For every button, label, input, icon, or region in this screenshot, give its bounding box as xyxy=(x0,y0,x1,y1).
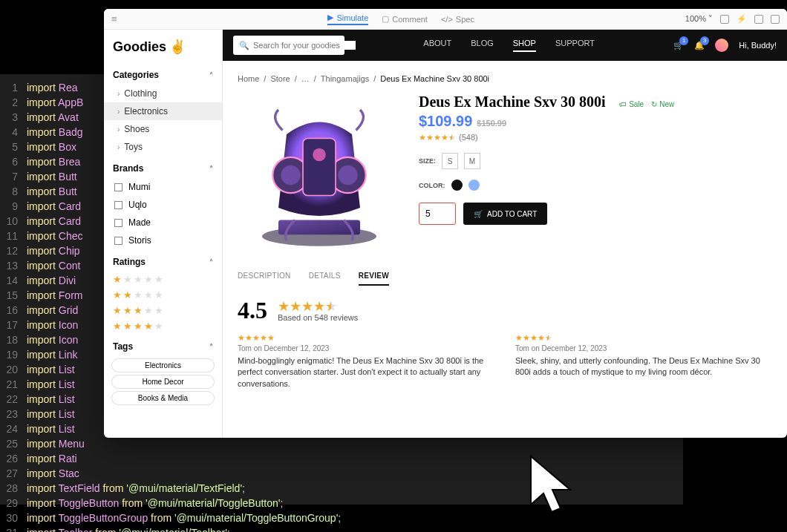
review-meta: Tom on December 12, 2023 xyxy=(515,344,772,352)
chip-new: ↻New xyxy=(651,100,674,108)
simulator-window: ≡ ▶ Simulate ▢ Comment </> Spec 100% ˅ ⚡… xyxy=(104,9,787,438)
chevron-up-icon: ˄ xyxy=(209,258,213,266)
product-title: Deus Ex Machine Sxv 30 800i xyxy=(419,93,606,111)
svg-point-3 xyxy=(281,165,300,185)
tab-description[interactable]: DESCRIPTION xyxy=(238,272,291,286)
svg-point-5 xyxy=(338,165,357,185)
sidebar: Goodies ✌ Categories˄ ›Clothing ›Electro… xyxy=(104,30,223,438)
main-topbar: 🔍 ABOUT BLOG SHOP SUPPORT 🛒1 🔔3 Hi, Budd… xyxy=(223,30,787,61)
color-blue[interactable] xyxy=(468,180,480,191)
size-m[interactable]: M xyxy=(464,153,480,169)
category-toys[interactable]: ›Toys xyxy=(104,138,222,156)
category-shoes[interactable]: ›Shoes xyxy=(104,120,222,138)
category-electronics[interactable]: ›Electronics xyxy=(104,102,222,120)
crumb-thingamajigs[interactable]: Thingamajigs xyxy=(321,74,369,83)
chevron-up-icon: ˄ xyxy=(209,165,213,173)
tag-electronics[interactable]: Electronics xyxy=(111,358,215,372)
qty-input[interactable] xyxy=(419,203,456,225)
lightning-icon[interactable]: ⚡ xyxy=(737,14,747,24)
brand-mumi[interactable]: Mumi xyxy=(104,178,222,196)
review-score: 4.5 xyxy=(238,297,267,324)
tab-details[interactable]: DETAILS xyxy=(309,272,341,286)
add-to-cart-button[interactable]: 🛒ADD TO CART xyxy=(463,203,547,225)
product-price: $109.99$150.99 xyxy=(419,113,772,130)
crumb-current: Deus Ex Machine Sxv 30 800i xyxy=(380,74,489,83)
size-s[interactable]: S xyxy=(442,153,458,169)
brand-storis[interactable]: Storis xyxy=(104,231,222,249)
avatar[interactable] xyxy=(715,39,728,52)
refresh-icon: ↻ xyxy=(651,100,657,108)
cart-icon[interactable]: 🛒1 xyxy=(673,41,684,50)
tool-icon-2[interactable] xyxy=(754,15,763,24)
product-rating: ★★★★★★(548) xyxy=(419,133,772,142)
color-black[interactable] xyxy=(451,180,463,191)
review-item: ★★★★★★ Tom on December 12, 2023 Sleek, s… xyxy=(515,333,772,390)
review-meta: Tom on December 12, 2023 xyxy=(238,344,494,352)
chevron-up-icon: ˄ xyxy=(209,71,213,79)
main-content: 🔍 ABOUT BLOG SHOP SUPPORT 🛒1 🔔3 Hi, Budd… xyxy=(223,30,787,438)
crumb-home[interactable]: Home xyxy=(238,74,259,83)
tab-simulate[interactable]: ▶ Simulate xyxy=(327,13,368,25)
bell-icon[interactable]: 🔔3 xyxy=(694,41,705,50)
nav-support[interactable]: SUPPORT xyxy=(555,39,595,52)
greeting: Hi, Buddy! xyxy=(739,41,777,50)
review-text: Sleek, shiny, and utterly confounding. T… xyxy=(515,355,772,378)
tab-review[interactable]: REVIEW xyxy=(359,272,389,286)
tag-books-media[interactable]: Books & Media xyxy=(111,391,215,405)
section-tags[interactable]: Tags˄ xyxy=(104,334,222,356)
summary-stars: ★★★★★★ xyxy=(278,300,358,313)
tag-icon: 🏷 xyxy=(619,100,627,108)
brand-made[interactable]: Made xyxy=(104,214,222,231)
simulator-topbar: ≡ ▶ Simulate ▢ Comment </> Spec 100% ˅ ⚡ xyxy=(104,9,787,30)
svg-point-7 xyxy=(313,148,326,162)
nav-blog[interactable]: BLOG xyxy=(471,39,494,52)
section-brands[interactable]: Brands˄ xyxy=(104,156,222,178)
breadcrumb: Home / Store / … / Thingamajigs / Deus E… xyxy=(238,74,772,83)
svg-rect-6 xyxy=(303,139,336,196)
review-stars: ★★★★★ xyxy=(238,333,494,343)
chevron-up-icon: ˄ xyxy=(209,343,213,351)
product-image xyxy=(238,93,401,257)
crumb-ellipsis[interactable]: … xyxy=(301,74,310,83)
review-item: ★★★★★ Tom on December 12, 2023 Mind-bogg… xyxy=(238,333,494,390)
tab-comment[interactable]: ▢ Comment xyxy=(382,13,428,25)
price-old: $150.99 xyxy=(477,119,506,128)
tab-spec[interactable]: </> Spec xyxy=(441,13,474,25)
rating-filter-4[interactable]: ★★★★★ xyxy=(104,318,222,334)
logo: Goodies ✌ xyxy=(104,37,222,62)
section-categories[interactable]: Categories˄ xyxy=(104,62,222,85)
product-tabs: DESCRIPTION DETAILS REVIEW xyxy=(238,272,772,286)
tag-home-decor[interactable]: Home Decor xyxy=(111,375,215,389)
hamburger-icon[interactable]: ≡ xyxy=(111,13,117,24)
brand-uqlo[interactable]: Uqlo xyxy=(104,196,222,214)
rating-filter-1[interactable]: ★★★★★ xyxy=(104,272,222,287)
search-field[interactable] xyxy=(253,41,356,50)
tool-icon-3[interactable] xyxy=(771,15,780,24)
rating-filter-3[interactable]: ★★★★★ xyxy=(104,303,222,318)
search-input[interactable]: 🔍 xyxy=(233,36,344,55)
svg-rect-1 xyxy=(278,220,360,235)
cart-icon: 🛒 xyxy=(474,210,483,218)
zoom-level[interactable]: 100% ˅ xyxy=(685,14,713,24)
nav-shop[interactable]: SHOP xyxy=(513,39,536,52)
nav-about[interactable]: ABOUT xyxy=(423,39,451,52)
review-text: Mind-bogglingly enigmatic! The Deus Ex M… xyxy=(238,355,494,390)
search-icon: 🔍 xyxy=(239,41,249,50)
rating-filter-2[interactable]: ★★★★★ xyxy=(104,287,222,303)
review-summary: 4.5 ★★★★★★ Based on 548 reviews xyxy=(238,297,772,324)
category-clothing[interactable]: ›Clothing xyxy=(104,85,222,102)
chip-sale: 🏷Sale xyxy=(619,100,644,108)
tool-icon-1[interactable] xyxy=(720,15,729,24)
review-stars: ★★★★★★ xyxy=(515,333,772,343)
crumb-store[interactable]: Store xyxy=(270,74,290,83)
based-on: Based on 548 reviews xyxy=(278,313,358,322)
section-ratings[interactable]: Ratings˄ xyxy=(104,249,222,272)
